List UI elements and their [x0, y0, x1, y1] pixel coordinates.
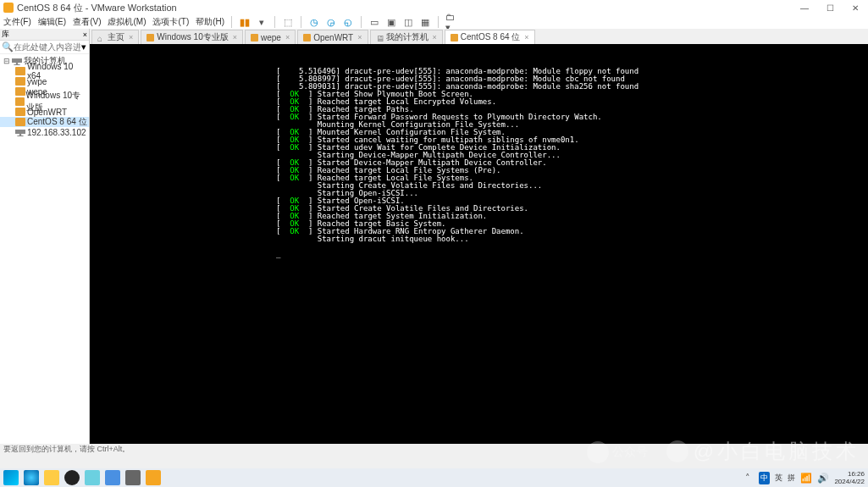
maximize-button[interactable]: ☐ — [817, 0, 843, 15]
send-keys-icon[interactable]: ⬚ — [282, 16, 294, 28]
tab[interactable]: Windows 10专业版× — [141, 30, 243, 44]
ime-indicator-2[interactable]: 英 — [775, 473, 782, 484]
main-pane: ⌂主页×Windows 10专业版×wepe×OpenWRT×🖥我的计算机×Ce… — [90, 29, 868, 444]
app-icon-1[interactable] — [85, 470, 100, 485]
window-title: CentOS 8 64 位 - VMware Workstation — [17, 2, 177, 14]
dropdown-icon[interactable]: ▾ — [256, 16, 268, 28]
tab-label: Windows 10专业版 — [157, 31, 228, 43]
minimize-button[interactable]: — — [792, 0, 817, 15]
tab[interactable]: OpenWRT× — [297, 30, 368, 44]
clock[interactable]: 16:26 2024/4/22 — [834, 470, 865, 485]
tab-icon — [451, 34, 458, 42]
menu-bar: 文件(F) 编辑(E) 查看(V) 虚拟机(M) 选项卡(T) 帮助(H) ▮▮… — [0, 15, 868, 29]
system-tray: ˄ 中 英 拼 📶 🔊 16:26 2024/4/22 — [742, 470, 865, 485]
tab-close-icon[interactable]: × — [357, 33, 362, 42]
vmware-taskbar-icon[interactable] — [146, 470, 161, 485]
ime-indicator-3[interactable]: 拼 — [788, 473, 795, 484]
tree-item[interactable]: 192.168.33.102 — [0, 127, 89, 137]
expand-icon[interactable]: ⊟ — [3, 57, 12, 65]
vm-icon — [15, 77, 25, 86]
close-window-button[interactable]: ✕ — [843, 0, 868, 15]
tab-icon — [303, 34, 311, 42]
unity-icon[interactable]: ◫ — [402, 16, 414, 28]
vm-console[interactable]: [ 5.516496] dracut-pre-udev[555]: anacon… — [90, 44, 868, 444]
vm-tabs: ⌂主页×Windows 10专业版×wepe×OpenWRT×🖥我的计算机×Ce… — [90, 29, 868, 44]
app-icon — [3, 3, 14, 13]
library-close-icon[interactable]: × — [83, 30, 87, 39]
status-text: 要返回到您的计算机，请按 Ctrl+Alt。 — [3, 444, 130, 455]
tab-close-icon[interactable]: × — [524, 33, 528, 42]
tree-item-label: ywpe — [27, 77, 47, 86]
computer-icon — [12, 57, 22, 65]
status-bar: 要返回到您的计算机，请按 Ctrl+Alt。 — [0, 444, 868, 455]
tree-item-label: 192.168.33.102 — [27, 128, 86, 137]
vm-icon — [15, 97, 25, 106]
ime-indicator-1[interactable]: 中 — [759, 472, 770, 484]
tree-item[interactable]: Windows 10 x64 — [0, 66, 89, 76]
menu-file[interactable]: 文件(F) — [3, 16, 31, 28]
tree-item-label: OpenWRT — [27, 108, 67, 117]
library-header: 库 — [2, 29, 9, 40]
vm-icon — [15, 67, 25, 75]
menu-edit[interactable]: 编辑(E) — [38, 16, 66, 28]
fit-guest-icon[interactable]: ▭ — [368, 16, 380, 28]
tab[interactable]: ⌂主页× — [91, 30, 139, 44]
host-taskbar: ˄ 中 英 拼 📶 🔊 16:26 2024/4/22 — [0, 468, 868, 487]
tab-icon: ⌂ — [97, 34, 105, 42]
tree-item-label: CentOS 8 64 位 — [27, 116, 87, 128]
fullscreen-icon[interactable]: ▣ — [385, 16, 397, 28]
tree-item[interactable]: Windows 10专业版 — [0, 97, 89, 107]
vm-icon — [15, 87, 25, 96]
tab-label: 主页 — [108, 31, 124, 43]
revert-icon[interactable]: ◶ — [325, 16, 337, 28]
menu-vm[interactable]: 虚拟机(M) — [108, 16, 146, 28]
tab-close-icon[interactable]: × — [129, 33, 133, 42]
app-icon-2[interactable] — [105, 470, 120, 485]
tree-item[interactable]: CentOS 8 64 位 — [0, 117, 89, 127]
tab[interactable]: CentOS 8 64 位× — [445, 30, 535, 44]
tab[interactable]: wepe× — [245, 30, 296, 44]
snapshot-icon[interactable]: ◷ — [308, 16, 320, 28]
console-view-icon[interactable]: ▦ — [419, 16, 431, 28]
search-input[interactable] — [14, 42, 81, 52]
manage-icon[interactable]: ◵ — [342, 16, 354, 28]
search-icon: 🔍 — [2, 42, 14, 53]
tab-label: CentOS 8 64 位 — [461, 31, 521, 43]
tab-label: wepe — [261, 33, 281, 42]
tab-close-icon[interactable]: × — [285, 33, 290, 42]
tab-close-icon[interactable]: × — [433, 33, 437, 42]
menu-tabs[interactable]: 选项卡(T) — [152, 16, 189, 28]
wifi-icon[interactable]: 📶 — [800, 472, 812, 484]
vm-icon — [15, 108, 25, 116]
tray-chevron-icon[interactable]: ˄ — [742, 472, 754, 484]
library-search[interactable]: 🔍 ▾ — [0, 41, 89, 54]
menu-help[interactable]: 帮助(H) — [196, 16, 224, 28]
terminal-icon[interactable] — [125, 470, 141, 485]
window-titlebar: CentOS 8 64 位 - VMware Workstation — ☐ ✕ — [0, 0, 868, 15]
explorer-icon[interactable] — [44, 470, 59, 485]
tab-icon: 🖥 — [376, 34, 384, 42]
vm-icon — [15, 118, 25, 126]
tab-close-icon[interactable]: × — [233, 33, 237, 42]
start-button[interactable] — [3, 470, 19, 485]
pause-icon[interactable]: ▮▮ — [239, 16, 251, 28]
library-icon[interactable]: 🗀 ▾ — [445, 16, 457, 28]
tab[interactable]: 🖥我的计算机× — [370, 30, 443, 44]
host-icon — [15, 128, 25, 136]
edge-icon[interactable] — [24, 470, 39, 485]
library-pane: 库 × 🔍 ▾ ⊟ 我的计算机 Windows 10 x64ywpewepeWi… — [0, 29, 90, 444]
tab-icon — [147, 34, 154, 42]
tab-icon — [251, 34, 258, 42]
search-dropdown-icon[interactable]: ▾ — [81, 42, 86, 53]
volume-icon[interactable]: 🔊 — [817, 472, 829, 484]
menu-view[interactable]: 查看(V) — [73, 16, 101, 28]
tab-label: 我的计算机 — [386, 31, 428, 43]
tab-label: OpenWRT — [313, 33, 353, 42]
media-icon[interactable] — [64, 470, 80, 485]
vm-tree: ⊟ 我的计算机 Windows 10 x64ywpewepeWindows 10… — [0, 54, 89, 139]
